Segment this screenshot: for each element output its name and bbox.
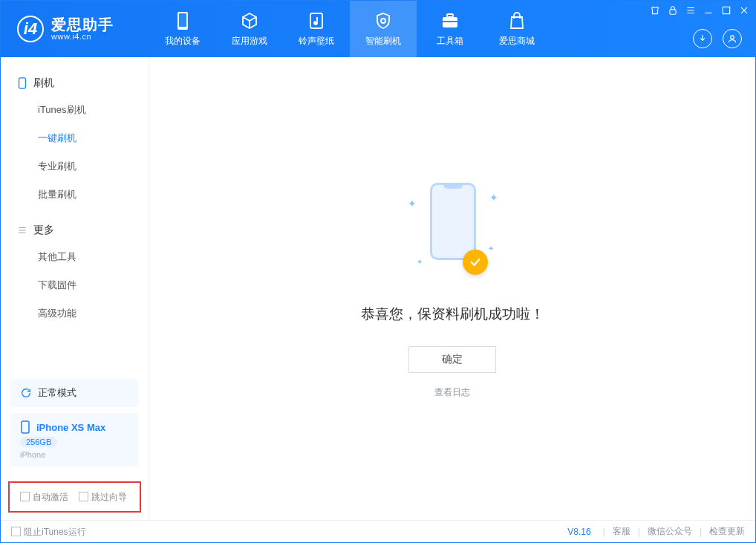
svg-rect-5 bbox=[443, 21, 457, 22]
header-right-icons bbox=[693, 29, 742, 48]
tshirt-icon[interactable] bbox=[650, 5, 660, 16]
shopping-bag-icon bbox=[507, 11, 527, 30]
download-button[interactable] bbox=[693, 29, 712, 48]
sidebar-item-itunes-flash[interactable]: iTunes刷机 bbox=[1, 96, 149, 124]
svg-rect-10 bbox=[22, 421, 29, 433]
user-button[interactable] bbox=[723, 29, 742, 48]
nav-toolbox[interactable]: 工具箱 bbox=[417, 1, 483, 57]
top-nav: 我的设备 应用游戏 铃声壁纸 智能刷机 工具箱 爱思商城 bbox=[149, 1, 550, 57]
menu-icon[interactable] bbox=[685, 5, 696, 16]
maximize-icon[interactable] bbox=[721, 5, 731, 16]
success-illustration: ✦ ✦ ✦ ✦ bbox=[385, 178, 519, 282]
svg-rect-2 bbox=[310, 13, 322, 28]
device-icon bbox=[173, 11, 192, 30]
checkbox-skip-guide[interactable]: 跳过向导 bbox=[79, 490, 127, 504]
music-file-icon bbox=[307, 11, 326, 30]
version-label: V8.16 bbox=[567, 527, 590, 537]
sparkle-icon: ✦ bbox=[417, 258, 423, 266]
svg-rect-1 bbox=[179, 13, 186, 27]
device-info-box[interactable]: iPhone XS Max 256GB iPhone bbox=[11, 413, 138, 466]
success-message: 恭喜您，保资料刷机成功啦！ bbox=[361, 305, 544, 324]
footer-link-support[interactable]: 客服 bbox=[613, 525, 630, 538]
highlighted-checkbox-row: 自动激活 跳过向导 bbox=[8, 481, 141, 513]
sidebar-group-more: 更多 bbox=[1, 218, 149, 243]
cube-icon bbox=[240, 11, 259, 30]
lock-icon[interactable] bbox=[668, 5, 678, 16]
checkbox-block-itunes[interactable]: 阻止iTunes运行 bbox=[11, 525, 86, 539]
sidebar-item-batch-flash[interactable]: 批量刷机 bbox=[1, 181, 149, 209]
shield-refresh-icon bbox=[374, 11, 393, 30]
ok-button[interactable]: 确定 bbox=[408, 346, 496, 373]
app-name: 爱思助手 bbox=[51, 17, 114, 32]
phone-icon bbox=[20, 420, 30, 434]
device-name: iPhone XS Max bbox=[36, 422, 105, 433]
device-mode-box[interactable]: 正常模式 bbox=[11, 379, 138, 407]
header: i4 爱思助手 www.i4.cn 我的设备 应用游戏 铃声壁纸 智能刷机 工具… bbox=[1, 1, 755, 57]
nav-store[interactable]: 爱思商城 bbox=[483, 1, 550, 57]
nav-smart-flash[interactable]: 智能刷机 bbox=[350, 1, 417, 57]
svg-rect-4 bbox=[447, 14, 453, 17]
sidebar: 刷机 iTunes刷机 一键刷机 专业刷机 批量刷机 更多 其他工具 下载固件 … bbox=[1, 57, 149, 520]
sidebar-item-oneclick-flash[interactable]: 一键刷机 bbox=[1, 124, 149, 152]
titlebar-controls bbox=[650, 5, 749, 16]
sparkle-icon: ✦ bbox=[489, 192, 498, 204]
svg-rect-9 bbox=[19, 78, 26, 88]
app-url: www.i4.cn bbox=[51, 32, 114, 41]
footer: 阻止iTunes运行 V8.16 | 客服 | 微信公众号 | 检查更新 bbox=[1, 520, 755, 542]
checkmark-badge-icon bbox=[463, 250, 488, 275]
device-type: iPhone bbox=[20, 450, 129, 459]
sidebar-item-download-firmware[interactable]: 下载固件 bbox=[1, 271, 149, 299]
sparkle-icon: ✦ bbox=[488, 244, 494, 253]
view-log-link[interactable]: 查看日志 bbox=[434, 386, 470, 399]
device-capacity: 256GB bbox=[20, 437, 57, 447]
list-icon bbox=[17, 225, 27, 235]
sidebar-item-pro-flash[interactable]: 专业刷机 bbox=[1, 152, 149, 181]
logo-icon: i4 bbox=[17, 16, 44, 42]
logo-area: i4 爱思助手 www.i4.cn bbox=[1, 1, 149, 57]
sparkle-icon: ✦ bbox=[408, 198, 417, 209]
nav-my-device[interactable]: 我的设备 bbox=[149, 1, 216, 57]
nav-ringtones-wallpapers[interactable]: 铃声壁纸 bbox=[283, 1, 350, 57]
footer-link-check-update[interactable]: 检查更新 bbox=[709, 525, 745, 538]
minimize-icon[interactable] bbox=[703, 5, 714, 16]
phone-icon bbox=[17, 77, 27, 89]
sidebar-item-advanced[interactable]: 高级功能 bbox=[1, 299, 149, 328]
checkbox-auto-activate[interactable]: 自动激活 bbox=[20, 490, 68, 504]
sidebar-group-flash: 刷机 bbox=[1, 71, 149, 96]
svg-rect-6 bbox=[670, 10, 676, 14]
nav-apps-games[interactable]: 应用游戏 bbox=[216, 1, 283, 57]
sidebar-item-other-tools[interactable]: 其他工具 bbox=[1, 243, 149, 271]
main-content: ✦ ✦ ✦ ✦ 恭喜您，保资料刷机成功啦！ 确定 查看日志 bbox=[149, 57, 755, 520]
footer-link-wechat[interactable]: 微信公众号 bbox=[648, 525, 692, 538]
refresh-icon bbox=[20, 387, 32, 399]
svg-rect-7 bbox=[723, 7, 729, 13]
svg-point-8 bbox=[731, 36, 734, 39]
phone-graphic bbox=[430, 183, 476, 260]
toolbox-icon bbox=[440, 11, 460, 30]
close-icon[interactable] bbox=[739, 5, 749, 16]
